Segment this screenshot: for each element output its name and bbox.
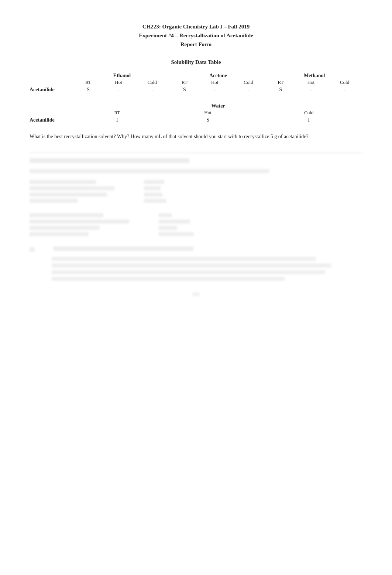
header-line3: Report Form bbox=[30, 40, 362, 49]
water-rt-header: RT bbox=[74, 109, 161, 116]
water-hot-header: Hot bbox=[161, 109, 255, 116]
header-line2: Experiment #4 – Recrystallization of Ace… bbox=[30, 31, 362, 40]
acetanilide-methanol-hot: - bbox=[295, 86, 327, 93]
document-header: CH223: Organic Chemistry Lab I – Fall 20… bbox=[30, 22, 362, 49]
group-header-water: Water bbox=[74, 102, 362, 109]
acetanilide-methanol-rt: S bbox=[266, 86, 295, 93]
blurred-content bbox=[30, 153, 362, 298]
acetone-rt-header: RT bbox=[170, 79, 199, 86]
acetone-cold-header: Cold bbox=[230, 79, 266, 86]
methanol-cold-header: Cold bbox=[327, 79, 362, 86]
acetanilide-ethanol-rt: S bbox=[74, 86, 103, 93]
acetanilide-acetone-hot: - bbox=[199, 86, 230, 93]
solubility-table: Ethanol Acetone Methanol RT Hot Cold RT … bbox=[30, 72, 362, 93]
ethanol-hot-header: Hot bbox=[103, 79, 134, 86]
water-table: Water RT Hot Cold Acetanilide I S I bbox=[30, 102, 362, 124]
acetanilide-methanol-cold: - bbox=[327, 86, 362, 93]
acetanilide-row2-label: Acetanilide bbox=[30, 116, 74, 124]
acetanilide-ethanol-hot: - bbox=[103, 86, 134, 93]
methanol-rt-header: RT bbox=[266, 79, 295, 86]
solubility-section-title: Solubility Data Table bbox=[30, 59, 362, 65]
acetanilide-acetone-rt: S bbox=[170, 86, 199, 93]
ethanol-rt-header: RT bbox=[74, 79, 103, 86]
group-header-acetone: Acetone bbox=[170, 72, 267, 79]
acetanilide-water-cold: I bbox=[255, 116, 362, 124]
ethanol-cold-header: Cold bbox=[134, 79, 170, 86]
question-section: What is the best recrystallization solve… bbox=[30, 133, 362, 141]
group-header-methanol: Methanol bbox=[266, 72, 362, 79]
question-text: What is the best recrystallization solve… bbox=[30, 134, 309, 139]
acetanilide-ethanol-cold: - bbox=[134, 86, 170, 93]
header-line1: CH223: Organic Chemistry Lab I – Fall 20… bbox=[30, 22, 362, 31]
acetanilide-water-hot: S bbox=[161, 116, 255, 124]
methanol-hot-header: Hot bbox=[295, 79, 327, 86]
group-header-ethanol: Ethanol bbox=[74, 72, 170, 79]
acetanilide-water-rt: I bbox=[74, 116, 161, 124]
acetanilide-row1-label: Acetanilide bbox=[30, 86, 74, 93]
acetone-hot-header: Hot bbox=[199, 79, 230, 86]
acetanilide-acetone-cold: - bbox=[230, 86, 266, 93]
water-cold-header: Cold bbox=[255, 109, 362, 116]
